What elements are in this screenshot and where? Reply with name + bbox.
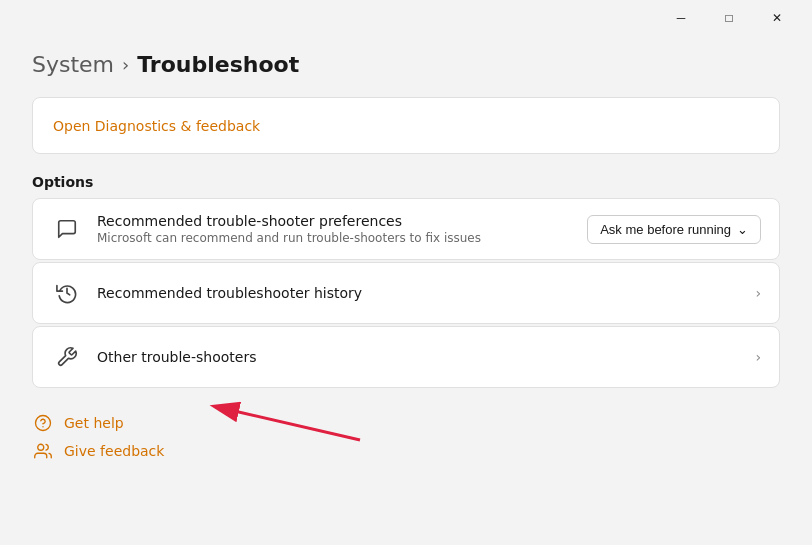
other-action: ›	[755, 349, 761, 365]
main-content: System › Troubleshoot Open Diagnostics &…	[0, 36, 812, 478]
preferences-icon	[51, 213, 83, 245]
give-feedback-label: Give feedback	[64, 443, 164, 459]
window-controls: ─ □ ✕	[658, 4, 800, 32]
feedback-icon	[32, 440, 54, 462]
troubleshooter-dropdown[interactable]: Ask me before running ⌄	[587, 215, 761, 244]
preferences-title: Recommended trouble-shooter preferences	[97, 213, 587, 229]
preferences-desc: Microsoft can recommend and run trouble-…	[97, 231, 587, 245]
dropdown-chevron-icon: ⌄	[737, 222, 748, 237]
svg-point-2	[38, 444, 44, 450]
get-help-link[interactable]: Get help	[32, 412, 780, 434]
get-help-label: Get help	[64, 415, 124, 431]
diagnostics-card: Open Diagnostics & feedback	[32, 97, 780, 154]
title-bar: ─ □ ✕	[0, 0, 812, 36]
minimize-button[interactable]: ─	[658, 4, 704, 32]
wrench-icon	[51, 341, 83, 373]
breadcrumb: System › Troubleshoot	[32, 52, 780, 77]
history-title: Recommended troubleshooter history	[97, 285, 755, 301]
history-icon	[51, 277, 83, 309]
diagnostics-link[interactable]: Open Diagnostics & feedback	[53, 118, 260, 134]
preferences-action: Ask me before running ⌄	[587, 215, 761, 244]
options-list: Recommended trouble-shooter preferences …	[32, 198, 780, 388]
other-troubleshooters-item[interactable]: Other trouble-shooters ›	[32, 326, 780, 388]
get-help-icon	[32, 412, 54, 434]
troubleshooter-preferences-item[interactable]: Recommended trouble-shooter preferences …	[32, 198, 780, 260]
history-action: ›	[755, 285, 761, 301]
footer-links: Get help Give feedback	[32, 412, 780, 462]
other-title: Other trouble-shooters	[97, 349, 755, 365]
close-button[interactable]: ✕	[754, 4, 800, 32]
history-text: Recommended troubleshooter history	[97, 285, 755, 301]
other-text: Other trouble-shooters	[97, 349, 755, 365]
history-chevron-icon: ›	[755, 285, 761, 301]
preferences-text: Recommended trouble-shooter preferences …	[97, 213, 587, 245]
options-section: Options Recommended trouble-shooter pref…	[32, 174, 780, 388]
give-feedback-link[interactable]: Give feedback	[32, 440, 780, 462]
breadcrumb-current: Troubleshoot	[137, 52, 299, 77]
breadcrumb-separator: ›	[122, 54, 129, 75]
svg-point-0	[36, 416, 51, 431]
troubleshooter-history-item[interactable]: Recommended troubleshooter history ›	[32, 262, 780, 324]
maximize-button[interactable]: □	[706, 4, 752, 32]
breadcrumb-system[interactable]: System	[32, 52, 114, 77]
dropdown-value: Ask me before running	[600, 222, 731, 237]
other-chevron-icon: ›	[755, 349, 761, 365]
options-label: Options	[32, 174, 780, 190]
